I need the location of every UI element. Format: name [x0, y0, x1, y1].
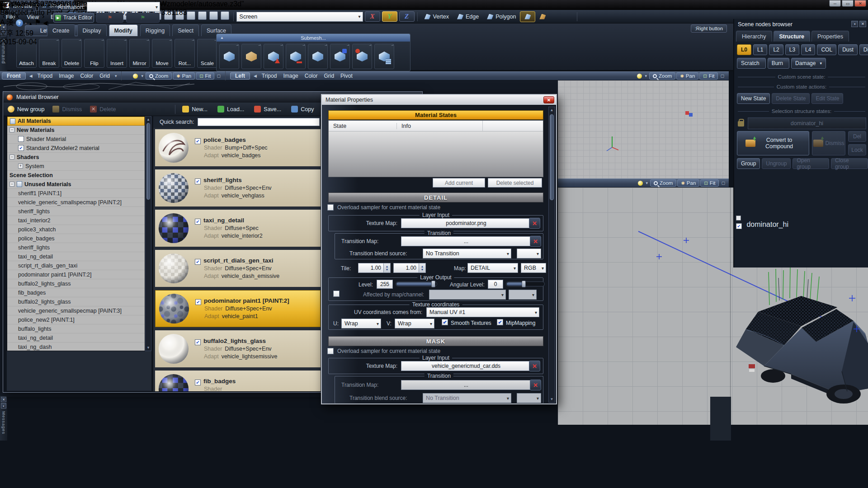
close-icon[interactable]: ✕ [543, 96, 554, 103]
toolbar-icon[interactable] [198, 11, 207, 20]
detail-blend-channel-combo[interactable] [517, 249, 541, 258]
state-layer-button[interactable]: Burn [768, 58, 789, 69]
expand-icon[interactable]: + [736, 216, 741, 221]
viewport-control[interactable]: Grid [321, 73, 337, 79]
overload-checkbox[interactable] [327, 204, 334, 211]
material-tree-row[interactable]: script_rt_dials_gen_taxi [7, 261, 145, 270]
ribbon-tool-button[interactable]: Insert [107, 39, 127, 68]
chevron-down-icon[interactable]: ▾ [644, 181, 650, 185]
state-action-button[interactable]: Delete State [772, 93, 810, 104]
viewport-control[interactable]: Pivot [337, 73, 356, 79]
material-card[interactable]: podominator paint1 [PAINT:2] ShaderDiffu… [155, 290, 321, 327]
material-tree-row[interactable]: New Materials [7, 126, 145, 135]
submesh-tool-button[interactable] [241, 44, 261, 69]
state-action-button[interactable]: Edit State [811, 93, 843, 104]
material-tree-row[interactable]: podominator paint1 [PAINT:2] [7, 270, 145, 279]
bulb-icon[interactable] [638, 181, 643, 186]
material-card[interactable]: buffalo2_lights_glass ShaderDiffuse+Spec… [155, 330, 321, 367]
clear-transition-button[interactable]: ✕ [530, 380, 541, 390]
ime-pad-icon[interactable]: ▫ [25, 21, 27, 26]
close-icon[interactable]: ✕ [859, 21, 866, 27]
affected-channel-combo[interactable] [509, 290, 537, 300]
ribbon-tab[interactable]: Rigging [140, 24, 170, 36]
quick-search-input[interactable] [198, 118, 320, 126]
channel-combo[interactable]: RGB [521, 263, 546, 273]
level-value[interactable]: 255 [377, 280, 393, 289]
angular-value[interactable]: 0 [488, 280, 503, 289]
material-list-tool[interactable]: Save... [250, 106, 287, 113]
toolbar-icon[interactable] [187, 11, 195, 20]
material-card[interactable]: script_rt_dials_gen_taxi ShaderDiffuse+S… [155, 250, 321, 287]
ribbon-tool-button[interactable]: Delete [61, 39, 82, 68]
minimize-button[interactable]: ─ [829, 0, 841, 7]
material-tree-row[interactable]: buffalo_lights [7, 324, 145, 333]
u-wrap-combo[interactable]: Wrap [341, 319, 381, 328]
material-tree-row[interactable]: taxi_ng_detail [7, 333, 145, 343]
clear-texture-button[interactable]: ✕ [529, 218, 540, 229]
layer-button[interactable]: L4 [801, 44, 815, 55]
mode-extra-button2[interactable] [535, 11, 550, 22]
mask-texture-map-field[interactable]: vehicle_genericmud_car.dds [401, 361, 531, 371]
tray-clock[interactable]: 오후 12:59 2015-09-04 [0, 27, 49, 46]
material-checkbox[interactable] [18, 145, 24, 151]
animation-combo[interactable] [87, 2, 160, 12]
expand-icon[interactable] [18, 164, 23, 169]
maximize-viewport-icon[interactable]: ▢ [215, 74, 222, 78]
ribbon-tab[interactable]: Create [47, 24, 75, 36]
material-tree-row[interactable]: buffalo2_lights_glass [7, 297, 145, 306]
mask-blend-combo[interactable]: No Transition [423, 393, 511, 403]
column-state[interactable]: State [329, 123, 396, 129]
detail-texture-map-field[interactable]: podominator.png [401, 218, 531, 228]
mode-extra-button[interactable] [520, 11, 535, 22]
viewport-control[interactable]: Color [77, 73, 97, 79]
detail-transition-map-field[interactable]: ... [401, 236, 531, 246]
viewport-control[interactable]: Image [280, 73, 301, 79]
viewport-side[interactable] [558, 80, 729, 178]
material-enabled-checkbox[interactable] [195, 138, 201, 144]
clear-texture-button[interactable]: ✕ [529, 361, 540, 371]
viewport-control[interactable]: Image [56, 73, 77, 79]
fit-button[interactable]: ⊡Fit [700, 179, 719, 187]
volume-icon[interactable]: ◀) [43, 19, 49, 26]
axis-toggle[interactable]: Z [399, 11, 415, 22]
delete-group-button[interactable]: ✕Delete [86, 103, 120, 116]
add-current-button[interactable]: Add current [433, 178, 485, 188]
screen-combo[interactable]: Screen [236, 12, 363, 22]
material-list-tool[interactable]: New... [178, 106, 213, 113]
material-card[interactable]: fib_badges Shader Adapt [155, 371, 321, 391]
lock-button[interactable]: Lock [848, 144, 866, 155]
group-button[interactable]: Ungroup [762, 158, 791, 169]
tree-scrollbar[interactable]: ▲▼ [145, 116, 151, 351]
expand-icon[interactable] [9, 127, 14, 132]
submesh-tool-button[interactable] [352, 44, 372, 69]
tile-u-spinner[interactable]: 1.00▲▼ [358, 263, 391, 273]
submesh-tool-button[interactable] [374, 44, 394, 69]
material-tree-row[interactable]: taxi_ng_detail [7, 252, 145, 261]
bulb-icon[interactable] [637, 74, 642, 79]
chevron-down-icon[interactable]: ▾ [113, 74, 119, 78]
scene-browser-tab[interactable]: Properties [811, 31, 849, 42]
ribbon-tool-button[interactable]: Mirror [129, 39, 150, 68]
lock-icon[interactable] [738, 121, 744, 127]
zmodeler-taskbar-icon[interactable]: Z [0, 0, 49, 8]
selection-mode-button[interactable]: Polygon [483, 11, 520, 22]
pin-icon[interactable]: ▪ [1, 403, 6, 408]
material-tree-row[interactable]: Scene Selection [7, 171, 145, 180]
ribbon-tool-button[interactable]: Scale [197, 39, 217, 68]
ime-hanja-icon[interactable]: 漢 [6, 19, 14, 26]
close-icon[interactable]: ✕ [1, 397, 6, 402]
layer-button[interactable]: COL [817, 44, 836, 55]
group-button[interactable]: Open group [793, 158, 829, 169]
detail-blend-combo[interactable]: No Transition [423, 249, 511, 258]
del-button[interactable]: Del [848, 131, 866, 142]
maximize-viewport-icon[interactable]: ▢ [719, 181, 727, 185]
submesh-tool-button[interactable] [330, 44, 350, 69]
ribbon-tab[interactable]: Modify [109, 24, 138, 36]
detail-section-header[interactable]: DETAIL [328, 192, 543, 202]
material-enabled-checkbox[interactable] [195, 259, 201, 265]
axis-toggle[interactable]: X [365, 11, 380, 22]
submesh-tool-button[interactable] [264, 44, 283, 69]
submesh-tool-button[interactable] [286, 44, 306, 69]
scene-browser-tab[interactable]: Structure [774, 31, 811, 42]
material-tree-row[interactable]: All Materials [7, 117, 145, 126]
